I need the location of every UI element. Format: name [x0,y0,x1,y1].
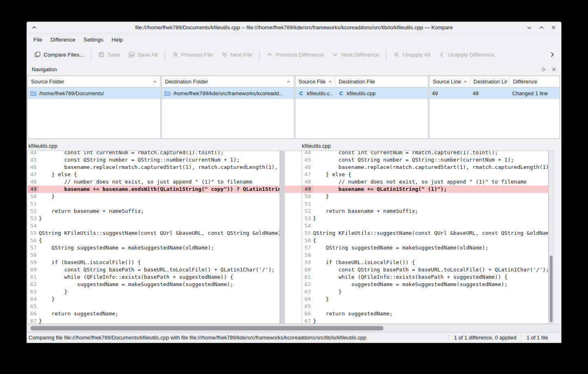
save-button[interactable]: Save [94,48,124,61]
destination-folder-path: /home/fhek789/kde/src/frameworks/kcoread… [173,90,283,96]
line-number: 65 [28,303,39,310]
line-number: 46 [302,164,313,171]
code-line: 53} [28,215,280,222]
horizontal-scrollbar[interactable] [27,324,561,332]
line-number: 62 [302,281,313,288]
column-header-label: Difference [513,79,537,85]
toolbar-overflow-button[interactable] [546,49,558,60]
dock-close-button[interactable] [552,67,556,72]
code-text: QString KFileUtils::suggestName(const QU… [39,230,280,237]
line-number: 64 [28,295,39,303]
source-line-column-header[interactable]: Source Line [429,76,470,87]
next-difference-label: Next Difference [341,52,379,58]
destination-folder-panel: Destination Folder /home/fhek789/kde/src… [161,76,294,139]
code-line: 54 [302,222,548,230]
previous-file-button[interactable]: Previous File [168,48,217,61]
horizontal-scrollbar-thumb[interactable] [31,326,383,330]
diff-changed-line[interactable]: 49 basename += QLatin1String(" (1)"); [302,186,548,193]
sort-ascending-icon [284,80,291,84]
code-text: const int currentNum = rmatch.captured(1… [39,151,280,156]
code-text: } [39,295,280,303]
code-line: 48 // number does not exist, so just app… [28,178,280,186]
code-line: 60 const QString basePath = baseURL.toLo… [28,266,280,273]
code-text: return suggestedName; [313,310,548,317]
code-line: 59 if (baseURL.isLocalFile()) { [28,259,280,266]
line-number: 66 [302,310,313,317]
code-line: 52 return basename + nameSuffix; [302,208,548,215]
file-pair-row[interactable]: C kfileutils.c... C kfileutils.cpp [295,87,428,99]
previous-difference-button[interactable]: Previous Difference [262,48,328,61]
chevron-left-icon [438,51,445,58]
unapply-difference-button[interactable]: Unapply Difference [434,48,499,61]
titlebar: file:///home/fhek789/Documents/kfileutil… [27,22,561,33]
pane-splitter[interactable] [280,151,285,324]
line-number: 47 [302,171,313,178]
line-number: 54 [28,222,39,230]
difference-row[interactable]: 49 49 Changed 1 line [429,87,559,99]
destination-file-column-header[interactable]: Destination File [335,76,428,87]
difference-column-header[interactable]: Difference [510,76,559,87]
source-file-column-header[interactable]: Source File [295,76,335,87]
code-text: } [39,317,280,324]
next-file-button[interactable]: Next File [217,48,256,61]
next-difference-button[interactable]: Next Difference [328,48,383,61]
save-all-button[interactable]: Save All [124,48,162,61]
vertical-scrollbar[interactable] [548,151,554,324]
menu-settings[interactable]: Settings [79,35,108,45]
menu-difference[interactable]: Difference [46,35,79,45]
destination-folder-row[interactable]: /home/fhek789/kde/src/frameworks/kcoread… [162,87,294,99]
line-number: 50 [302,193,313,200]
destination-line-column-header[interactable]: Destination Lir [470,76,510,87]
sort-ascending-icon [461,80,467,84]
chevron-down-icon [332,51,338,58]
code-line: 62 suggestedName = makeSuggestedName(sug… [302,281,548,288]
diff-view: kfileutils.cpp kfileutils.cpp 44 const i… [27,140,561,332]
line-number: 60 [302,266,313,273]
menu-file[interactable]: File [29,35,46,45]
close-button[interactable] [550,24,557,31]
previous-difference-label: Previous Difference [276,52,324,58]
code-text: } [39,193,280,200]
code-line: 60 const QString basePath = baseURL.toLo… [302,266,548,273]
source-folder-panel: Source Folder /home/fhek789/Documents/ [27,76,161,139]
unapply-all-button[interactable]: Unapply All [389,48,434,61]
folder-icon [30,90,37,96]
code-text: return basename + nameSuffix; [313,208,548,215]
unapply-difference-label: Unapply Difference [448,52,495,58]
differences-panel: Source Line Destination Lir Difference 4… [429,76,560,139]
next-file-label: Next File [231,52,252,58]
diff-pane-left[interactable]: 44 const int currentNum = rmatch.capture… [27,151,280,324]
line-number: 65 [302,303,313,310]
code-text: basename += basename.endsWith(QLatin1Str… [39,186,280,193]
menu-help[interactable]: Help [108,35,127,45]
destination-folder-column-header[interactable]: Destination Folder [162,76,294,87]
source-folder-path: /home/fhek789/Documents/ [39,90,104,96]
line-number: 64 [302,295,313,303]
diff-pane-right[interactable]: 44 const int currentNum = rmatch.capture… [302,151,548,324]
keep-above-icon[interactable] [31,24,37,31]
source-folder-row[interactable]: /home/fhek789/Documents/ [28,87,160,99]
maximize-button[interactable] [538,24,545,31]
minimize-button[interactable] [526,24,533,31]
code-text: suggestedName = makeSuggestedName(sugges… [39,281,280,288]
diff-changed-line[interactable]: 49 basename += basename.endsWith(QLatin1… [28,186,280,193]
code-line: 58 [302,252,548,259]
line-number: 62 [28,281,39,288]
source-folder-column-header[interactable]: Source Folder [28,76,160,87]
line-number: 66 [28,310,39,317]
vertical-scrollbar-thumb[interactable] [550,256,553,322]
line-number: 59 [302,259,313,266]
code-text: } [313,193,548,200]
code-line: 53} [302,215,548,222]
line-number: 53 [302,215,313,222]
previous-file-label: Previous File [181,52,213,58]
code-text: } else { [313,171,548,178]
code-line: 61 while (QFileInfo::exists(basePath + s… [28,273,280,281]
compare-files-button[interactable]: Compare Files... [30,48,88,61]
code-text: } else { [39,171,280,178]
line-number: 58 [302,252,313,259]
code-line: 45 const QString number = QString::numbe… [302,156,548,164]
code-line: 64 } [302,295,548,303]
code-text: const QString basePath = baseURL.toLocal… [313,266,548,273]
dock-float-button[interactable] [541,67,546,72]
